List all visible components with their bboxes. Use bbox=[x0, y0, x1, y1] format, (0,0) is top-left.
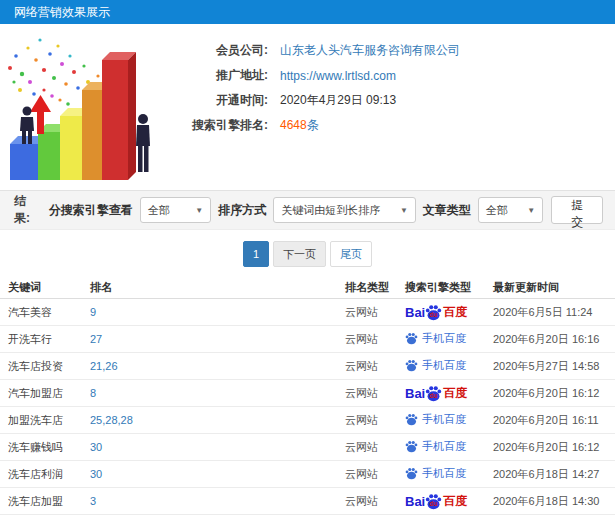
mobile-baidu-logo: 手机百度 bbox=[405, 358, 466, 373]
table-body: 汽车美容9云网站Baidu百度2020年6月5日 11:24开洗车行27云网站手… bbox=[0, 299, 615, 515]
cell-rank-link[interactable]: 8 bbox=[90, 387, 345, 399]
cell-engine-type: Baidu百度 bbox=[405, 304, 493, 321]
page: 网络营销效果展示 bbox=[0, 0, 615, 520]
open-time-label: 开通时间: bbox=[168, 92, 268, 109]
cell-rank-type: 云网站 bbox=[345, 359, 405, 374]
article-type-label: 文章类型 bbox=[423, 202, 471, 219]
cell-keyword: 汽车美容 bbox=[8, 305, 90, 320]
company-label: 会员公司: bbox=[168, 42, 268, 59]
svg-text:du: du bbox=[430, 392, 438, 399]
mobile-baidu-label: 手机百度 bbox=[422, 412, 466, 427]
growth-chart-illustration bbox=[0, 26, 180, 188]
sort-select[interactable]: 关键词由短到长排序 ▼ bbox=[273, 197, 416, 223]
rank-count: 4648 bbox=[280, 118, 307, 132]
page-title: 网络营销效果展示 bbox=[14, 5, 110, 19]
chevron-down-icon: ▼ bbox=[400, 206, 408, 215]
baidu-logo: Baidu百度 bbox=[405, 493, 467, 510]
engine-select[interactable]: 全部 ▼ bbox=[140, 197, 211, 223]
table-row: 汽车加盟店8云网站Baidu百度2020年6月20日 16:12 bbox=[0, 380, 615, 407]
cell-engine-type: Baidu百度 bbox=[405, 385, 493, 402]
cell-keyword: 洗车赚钱吗 bbox=[8, 440, 90, 455]
next-page-button[interactable]: 下一页 bbox=[273, 241, 326, 267]
col-header-rank: 排名 bbox=[90, 280, 345, 295]
pagination: 1 下一页 尾页 bbox=[0, 241, 615, 267]
bar-chart-graphic bbox=[0, 26, 180, 186]
page-1-button[interactable]: 1 bbox=[243, 241, 269, 267]
cell-rank-type: 云网站 bbox=[345, 413, 405, 428]
cell-keyword: 洗车店利润 bbox=[8, 467, 90, 482]
col-header-rank-type: 排名类型 bbox=[345, 280, 405, 295]
open-time-field: 开通时间: 2020年4月29日 09:13 bbox=[168, 88, 615, 113]
cell-rank-link[interactable]: 9 bbox=[90, 306, 345, 318]
filter-bar: 结果: 分搜索引擎查看 全部 ▼ 排序方式 关键词由短到长排序 ▼ 文章类型 全… bbox=[0, 190, 615, 230]
bar-red bbox=[102, 52, 136, 180]
cell-rank-link[interactable]: 25,28,28 bbox=[90, 414, 345, 426]
table-row: 洗车店投资21,26云网站手机百度2020年5月27日 14:58 bbox=[0, 353, 615, 380]
cell-updated-time: 2020年6月5日 11:24 bbox=[493, 305, 615, 320]
last-page-button[interactable]: 尾页 bbox=[330, 241, 372, 267]
baidu-paw-icon: du bbox=[425, 493, 442, 510]
table-row: 加盟洗车店25,28,28云网站手机百度2020年6月20日 16:11 bbox=[0, 407, 615, 434]
col-header-updated: 最新更新时间 bbox=[493, 280, 615, 295]
cell-rank-type: 云网站 bbox=[345, 494, 405, 509]
article-type-select-value: 全部 bbox=[486, 203, 508, 218]
cell-rank-link[interactable]: 30 bbox=[90, 468, 345, 480]
baidu-logo-bai: Bai bbox=[405, 386, 425, 401]
cell-updated-time: 2020年6月18日 14:30 bbox=[493, 494, 615, 509]
cell-updated-time: 2020年6月20日 16:11 bbox=[493, 413, 615, 428]
header-bar: 网络营销效果展示 bbox=[0, 0, 615, 24]
baidu-paw-icon bbox=[405, 413, 418, 426]
mobile-baidu-logo: 手机百度 bbox=[405, 439, 466, 454]
baidu-logo-cn: 百度 bbox=[443, 385, 467, 402]
results-table: 关键词 排名 排名类型 搜索引擎类型 最新更新时间 汽车美容9云网站Baidu百… bbox=[0, 276, 615, 515]
cell-engine-type: 手机百度 bbox=[405, 439, 493, 455]
baidu-paw-icon bbox=[405, 359, 418, 372]
sort-filter-label: 排序方式 bbox=[218, 202, 266, 219]
table-row: 洗车店利润30云网站手机百度2020年6月18日 14:27 bbox=[0, 461, 615, 488]
mobile-baidu-logo: 手机百度 bbox=[405, 466, 466, 481]
engine-rank-field: 搜索引擎排名: 4648条 bbox=[168, 113, 615, 138]
info-section: 会员公司: 山东老人头汽车服务咨询有限公司 推广地址: https://www.… bbox=[0, 24, 615, 190]
cell-keyword: 开洗车行 bbox=[8, 332, 90, 347]
mobile-baidu-logo: 手机百度 bbox=[405, 412, 466, 427]
cell-engine-type: 手机百度 bbox=[405, 358, 493, 374]
cell-updated-time: 2020年6月20日 16:12 bbox=[493, 440, 615, 455]
baidu-logo-cn: 百度 bbox=[443, 304, 467, 321]
svg-text:du: du bbox=[430, 311, 438, 318]
cell-keyword: 汽车加盟店 bbox=[8, 386, 90, 401]
cell-updated-time: 2020年6月20日 16:12 bbox=[493, 386, 615, 401]
cell-engine-type: Baidu百度 bbox=[405, 493, 493, 510]
baidu-paw-icon: du bbox=[425, 304, 442, 321]
promo-url-link[interactable]: https://www.lrtlsd.com bbox=[280, 69, 396, 83]
sort-select-value: 关键词由短到长排序 bbox=[281, 203, 380, 218]
mobile-baidu-label: 手机百度 bbox=[422, 439, 466, 454]
cell-keyword: 加盟洗车店 bbox=[8, 413, 90, 428]
mobile-baidu-label: 手机百度 bbox=[422, 466, 466, 481]
cell-engine-type: 手机百度 bbox=[405, 331, 493, 347]
submit-button[interactable]: 提交 bbox=[551, 196, 603, 224]
promo-field: 推广地址: https://www.lrtlsd.com bbox=[168, 63, 615, 88]
engine-rank-label: 搜索引擎排名: bbox=[168, 117, 268, 134]
cell-rank-type: 云网站 bbox=[345, 332, 405, 347]
company-link[interactable]: 山东老人头汽车服务咨询有限公司 bbox=[280, 42, 460, 59]
chevron-down-icon: ▼ bbox=[195, 206, 203, 215]
baidu-logo-cn: 百度 bbox=[443, 493, 467, 510]
baidu-logo: Baidu百度 bbox=[405, 304, 467, 321]
mobile-baidu-label: 手机百度 bbox=[422, 358, 466, 373]
cell-engine-type: 手机百度 bbox=[405, 412, 493, 428]
cell-keyword: 洗车店加盟 bbox=[8, 494, 90, 509]
cell-rank-link[interactable]: 21,26 bbox=[90, 360, 345, 372]
baidu-paw-icon bbox=[405, 440, 418, 453]
baidu-paw-icon: du bbox=[425, 385, 442, 402]
table-row: 开洗车行27云网站手机百度2020年6月20日 16:16 bbox=[0, 326, 615, 353]
result-label: 结果: bbox=[14, 193, 42, 227]
cell-rank-link[interactable]: 3 bbox=[90, 495, 345, 507]
cell-rank-link[interactable]: 27 bbox=[90, 333, 345, 345]
businessman-right bbox=[136, 114, 150, 172]
mobile-baidu-logo: 手机百度 bbox=[405, 331, 466, 346]
cell-rank-link[interactable]: 30 bbox=[90, 441, 345, 453]
mobile-baidu-label: 手机百度 bbox=[422, 331, 466, 346]
cell-updated-time: 2020年6月18日 14:27 bbox=[493, 467, 615, 482]
article-type-select[interactable]: 全部 ▼ bbox=[478, 197, 543, 223]
cell-keyword: 洗车店投资 bbox=[8, 359, 90, 374]
